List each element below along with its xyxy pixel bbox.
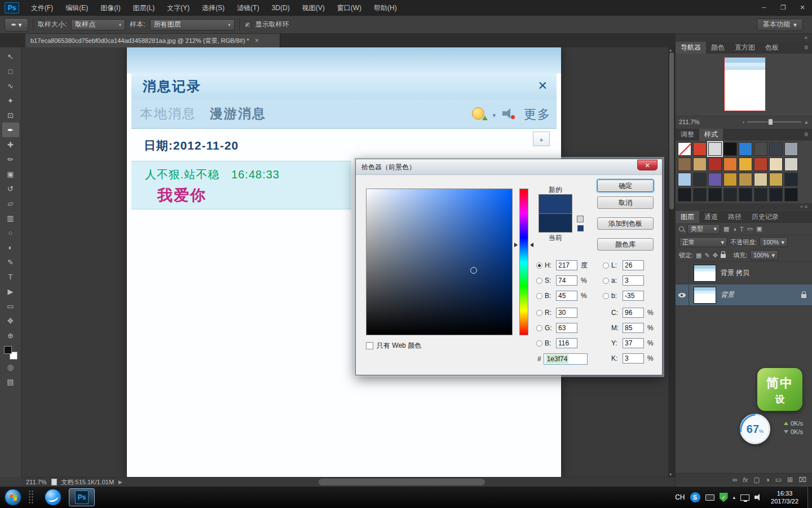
lasso-tool[interactable]: ∿ xyxy=(2,78,19,93)
style-swatch[interactable] xyxy=(678,142,691,156)
scroll-up-icon[interactable]: ▴ xyxy=(669,47,672,52)
styles-panel-footer[interactable]: « ≡ xyxy=(676,203,812,211)
lock-position-icon[interactable]: ✥ xyxy=(713,252,718,259)
style-swatch[interactable] xyxy=(784,188,798,202)
tab-adjustments[interactable]: 调整 xyxy=(676,129,699,141)
menu-window[interactable]: 窗口(W) xyxy=(331,0,368,16)
screen-mode-button[interactable]: ▤ xyxy=(2,374,19,389)
b-radio[interactable] xyxy=(536,293,542,299)
style-swatch[interactable] xyxy=(754,142,767,156)
blur-tool[interactable]: ○ xyxy=(2,225,19,240)
blend-mode-dropdown[interactable]: 正常 ▾ xyxy=(679,237,727,247)
tab-paths[interactable]: 路径 xyxy=(723,211,747,223)
y-input[interactable] xyxy=(623,338,644,348)
show-sampling-ring-checkbox[interactable]: ✓ xyxy=(244,21,251,28)
show-desktop-button[interactable] xyxy=(807,487,812,508)
tab-close-icon[interactable]: × xyxy=(255,37,259,45)
panel-menu-icon[interactable]: ≡ xyxy=(805,204,807,209)
collapse-panels-icon[interactable]: « xyxy=(804,34,807,41)
tab-channels[interactable]: 通道 xyxy=(699,211,723,223)
volume-icon[interactable] xyxy=(754,493,762,501)
menu-image[interactable]: 图像(I) xyxy=(94,0,126,16)
zoom-level-field[interactable]: 211.7% xyxy=(26,479,47,485)
filter-shape-layers-icon[interactable]: ▭ xyxy=(747,225,753,233)
style-swatch[interactable] xyxy=(739,157,752,171)
clone-stamp-tool[interactable]: ▣ xyxy=(2,167,19,181)
k-input[interactable] xyxy=(623,353,644,364)
web-colors-checkbox[interactable] xyxy=(366,342,373,349)
layer-filter-type-dropdown[interactable]: 类型 ▾ xyxy=(687,224,720,234)
sample-size-dropdown[interactable]: 取样点 ▾ xyxy=(71,19,125,30)
new-layer-icon[interactable]: ⊞ xyxy=(787,476,793,484)
style-swatch[interactable] xyxy=(708,157,722,171)
style-swatch[interactable] xyxy=(739,142,752,156)
delete-layer-icon[interactable]: ⌧ xyxy=(798,476,806,484)
dialog-close-button[interactable]: ✕ xyxy=(637,160,657,170)
menu-type[interactable]: 文字(Y) xyxy=(161,0,196,16)
lock-pixels-icon[interactable]: ✎ xyxy=(704,252,709,259)
h-input[interactable] xyxy=(556,260,577,270)
style-swatch[interactable] xyxy=(693,157,707,171)
rgb-b-radio[interactable] xyxy=(536,340,542,347)
zoom-slider-thumb[interactable] xyxy=(769,119,773,125)
status-arrow-icon[interactable]: ▶ xyxy=(118,479,122,485)
h-radio[interactable] xyxy=(536,262,542,269)
style-swatch[interactable] xyxy=(784,142,798,156)
hue-slider[interactable] xyxy=(519,189,528,335)
healing-brush-tool[interactable]: ✚ xyxy=(2,137,19,152)
a-input[interactable] xyxy=(623,275,644,286)
start-button[interactable] xyxy=(5,489,21,506)
a-radio[interactable] xyxy=(603,278,609,284)
zoom-in-icon[interactable]: ▲ xyxy=(804,120,809,125)
zoom-tool[interactable]: ⊕ xyxy=(2,328,19,343)
l-input[interactable] xyxy=(623,260,644,270)
lock-transparency-icon[interactable]: ▦ xyxy=(696,252,701,259)
close-button[interactable]: ✕ xyxy=(793,0,812,15)
menu-file[interactable]: 文件(F) xyxy=(25,0,59,16)
link-layers-icon[interactable]: ∞ xyxy=(732,476,738,484)
type-tool[interactable]: T xyxy=(2,269,19,284)
menu-view[interactable]: 视图(V) xyxy=(296,0,331,16)
foreground-color-swatch[interactable] xyxy=(4,346,12,354)
style-swatch[interactable] xyxy=(693,173,707,186)
canvas-vertical-scrollbar[interactable]: ▴ ▾ xyxy=(668,47,675,477)
hue-slider-right-arrow[interactable] xyxy=(530,243,533,247)
saturation-brightness-field[interactable] xyxy=(366,189,513,335)
style-swatch[interactable] xyxy=(723,173,737,186)
lock-all-icon[interactable] xyxy=(721,254,726,258)
opacity-field[interactable]: 100% ▾ xyxy=(760,237,788,247)
crop-tool[interactable]: ⊡ xyxy=(2,108,19,122)
menu-layer[interactable]: 图层(L) xyxy=(127,0,161,16)
web-colors-only-option[interactable]: 只有 Web 颜色 xyxy=(366,341,421,351)
new-group-icon[interactable]: ▭ xyxy=(775,476,782,484)
style-swatch[interactable] xyxy=(678,188,691,202)
tab-layers[interactable]: 图层 xyxy=(676,211,699,223)
add-mask-icon[interactable]: ▢ xyxy=(753,476,760,484)
menu-select[interactable]: 选择(S) xyxy=(196,0,231,16)
hidden-icons-arrow[interactable]: ▴ xyxy=(733,494,736,500)
visibility-toggle[interactable] xyxy=(676,262,689,283)
layer-thumbnail[interactable] xyxy=(694,287,716,304)
eyedropper-tool-preset[interactable]: ✒ ▾ xyxy=(5,18,28,32)
style-swatch[interactable] xyxy=(708,142,722,156)
navigator-preview[interactable] xyxy=(724,57,766,111)
tab-navigator[interactable]: 导航器 xyxy=(676,42,706,54)
lab-b-radio[interactable] xyxy=(603,293,609,299)
workspace-switcher[interactable]: 基本功能 ▾ xyxy=(757,19,803,31)
taskbar-photoshop-button[interactable]: Ps xyxy=(69,488,95,506)
history-brush-tool[interactable]: ↺ xyxy=(2,181,19,196)
cancel-button[interactable]: 取消 xyxy=(597,196,654,209)
m-input[interactable] xyxy=(623,323,644,333)
style-swatch[interactable] xyxy=(739,173,752,186)
style-swatch[interactable] xyxy=(723,188,737,202)
style-swatch[interactable] xyxy=(769,173,783,186)
menu-edit[interactable]: 编辑(E) xyxy=(59,0,94,16)
style-swatch[interactable] xyxy=(708,173,722,186)
style-swatch[interactable] xyxy=(784,173,798,186)
s-input[interactable] xyxy=(556,275,577,286)
panel-collapse-bar[interactable]: « xyxy=(676,34,812,42)
sample-layers-dropdown[interactable]: 所有图层 ▾ xyxy=(150,19,235,30)
style-swatch[interactable] xyxy=(708,188,722,202)
s-radio[interactable] xyxy=(536,278,542,284)
menu-help[interactable]: 帮助(H) xyxy=(368,0,403,16)
